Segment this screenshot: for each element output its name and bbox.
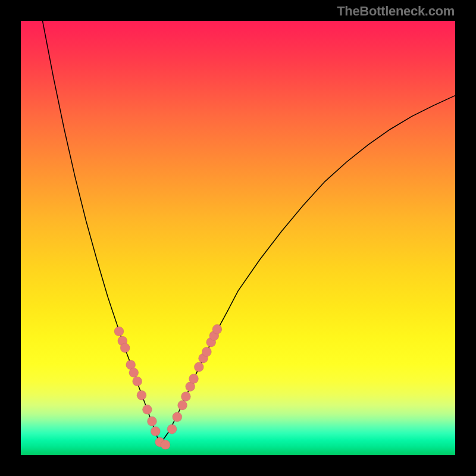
data-dot <box>167 424 177 434</box>
data-dot <box>181 392 190 401</box>
data-dot <box>202 347 211 356</box>
data-dot <box>194 362 203 372</box>
data-dot <box>120 343 130 353</box>
dots-group <box>114 324 222 449</box>
data-dot <box>173 412 182 422</box>
curve-left-curve <box>43 21 160 444</box>
data-dot <box>133 377 142 386</box>
chart-frame: TheBottleneck.com <box>0 0 476 476</box>
data-dot <box>142 405 152 414</box>
data-dot <box>129 368 139 377</box>
data-dot <box>189 374 199 384</box>
curves-group <box>43 21 456 444</box>
data-dot <box>178 400 187 410</box>
data-dot <box>147 416 156 426</box>
data-dot <box>151 427 160 436</box>
data-dot <box>137 390 146 400</box>
data-dot <box>212 324 222 334</box>
data-dot <box>114 327 124 336</box>
chart-overlay <box>0 0 476 476</box>
data-dot <box>161 440 170 449</box>
curve-right-curve <box>160 96 455 444</box>
